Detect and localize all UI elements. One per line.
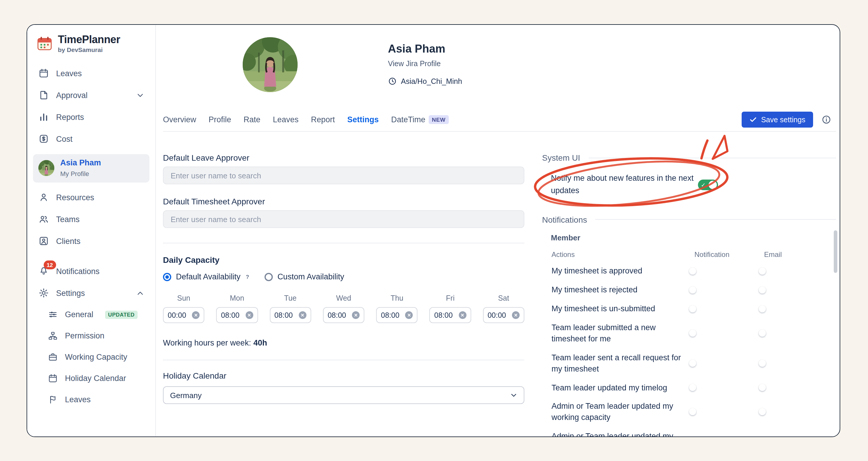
divider — [595, 219, 836, 220]
time-input-wed[interactable]: 08:00× — [323, 307, 365, 323]
calendar-icon — [38, 68, 49, 79]
day-label: Mon — [216, 294, 258, 302]
gear-icon — [38, 288, 49, 299]
holiday-calendar-value: Germany — [170, 391, 202, 400]
day-label: Sun — [163, 294, 205, 302]
clear-time-icon[interactable]: × — [299, 311, 306, 319]
sidebar-item-clients[interactable]: Clients — [33, 230, 149, 252]
time-input-sat[interactable]: 00:00× — [483, 307, 524, 323]
day-column: Sun 00:00× — [163, 294, 205, 323]
sidebar-item-leaves[interactable]: Leaves — [33, 63, 149, 85]
profile-photo — [243, 37, 298, 92]
clear-time-icon[interactable]: × — [405, 311, 413, 319]
sidebar-item-label: Leaves — [56, 69, 82, 78]
clear-time-icon[interactable]: × — [352, 311, 360, 319]
custom-availability-radio[interactable]: Custom Availability — [265, 272, 344, 281]
sidebar-profile-name: Asia Pham — [60, 158, 101, 168]
app-logo-icon — [37, 36, 53, 52]
sidebar: TimePlanner by DevSamurai Leaves Approva… — [27, 25, 156, 436]
clear-time-icon[interactable]: × — [192, 311, 200, 319]
day-column: Tue 08:00× — [270, 294, 311, 323]
sidebar-item-reports[interactable]: Reports — [33, 106, 149, 128]
sidebar-item-label: Holiday Calendar — [65, 374, 126, 383]
tab-report[interactable]: Report — [311, 115, 335, 124]
working-hours-summary: Working hours per week:40h — [163, 338, 524, 347]
time-input-sun[interactable]: 00:00× — [163, 307, 205, 323]
timesheet-approver-input[interactable] — [163, 210, 524, 228]
notification-action-label: Admin or Team leader updated my holiday … — [552, 431, 694, 437]
sidebar-item-general[interactable]: General UPDATED — [33, 304, 149, 326]
default-availability-label: Default Availability — [176, 272, 241, 281]
notification-action-label: Admin or Team leader updated my working … — [552, 401, 694, 424]
time-input-fri[interactable]: 08:00× — [430, 307, 471, 323]
holiday-calendar-select[interactable]: Germany — [163, 386, 524, 404]
clear-time-icon[interactable]: × — [459, 311, 466, 319]
sidebar-item-label: Settings — [56, 289, 129, 298]
radio-selected-icon — [163, 273, 171, 281]
time-value: 08:00 — [274, 311, 293, 319]
sidebar-item-leaves-settings[interactable]: Leaves — [33, 389, 149, 410]
sidebar-item-resources[interactable]: Resources — [33, 187, 149, 209]
tab-datetime[interactable]: DateTime NEW — [391, 115, 448, 124]
sidebar-item-permission[interactable]: Permission — [33, 326, 149, 347]
clear-time-icon[interactable]: × — [512, 311, 520, 319]
notifications-title: Notifications — [542, 215, 587, 224]
main-content: Asia Pham View Jira Profile Asia/Ho_Chi_… — [156, 25, 840, 436]
column-header-actions: Actions — [552, 250, 694, 259]
bar-chart-icon — [38, 112, 49, 123]
scrollbar-thumb[interactable] — [834, 230, 837, 273]
tab-overview[interactable]: Overview — [163, 115, 196, 124]
day-column: Sat 00:00× — [483, 294, 524, 323]
sidebar-item-teams[interactable]: Teams — [33, 209, 149, 230]
working-hours-label: Working hours per week: — [163, 338, 251, 347]
save-settings-button[interactable]: Save settings — [742, 112, 813, 128]
table-row: Admin or Team leader updated my working … — [552, 398, 836, 428]
notification-action-label: Team leader submitted a new timesheet fo… — [552, 322, 694, 345]
time-value: 08:00 — [221, 311, 240, 319]
sidebar-item-my-profile[interactable]: Asia Pham My Profile — [33, 154, 149, 183]
working-hours-value: 40h — [253, 338, 267, 347]
time-input-tue[interactable]: 08:00× — [270, 307, 311, 323]
time-input-mon[interactable]: 08:00× — [216, 307, 258, 323]
client-icon — [38, 236, 49, 247]
updated-badge: UPDATED — [105, 311, 137, 319]
sidebar-item-label: General — [65, 310, 93, 319]
chevron-down-icon — [136, 92, 144, 99]
day-label: Sat — [483, 294, 524, 302]
sidebar-item-approval[interactable]: Approval — [33, 85, 149, 106]
leave-approver-input[interactable] — [163, 166, 524, 184]
save-settings-label: Save settings — [761, 116, 805, 124]
clear-time-icon[interactable]: × — [245, 311, 253, 319]
tab-rate[interactable]: Rate — [244, 115, 260, 124]
notification-action-label: Team leader updated my timelog — [552, 382, 694, 394]
tab-leaves[interactable]: Leaves — [273, 115, 299, 124]
check-icon — [749, 116, 757, 123]
notify-new-features-toggle[interactable] — [698, 180, 718, 190]
default-availability-radio[interactable]: Default Availability ? — [163, 272, 249, 281]
sidebar-item-label: Notifications — [56, 267, 99, 276]
divider — [163, 360, 524, 360]
profile-header: Asia Pham View Jira Profile Asia/Ho_Chi_… — [156, 25, 840, 108]
app-logo: TimePlanner by DevSamurai — [37, 34, 147, 53]
help-icon[interactable]: ? — [246, 274, 249, 280]
sidebar-item-notifications[interactable]: 12 Notifications — [33, 260, 149, 282]
document-icon — [38, 90, 49, 101]
day-column: Wed 08:00× — [323, 294, 365, 323]
time-value: 08:00 — [434, 311, 453, 319]
day-column: Mon 08:00× — [216, 294, 258, 323]
person-icon — [38, 192, 49, 203]
day-column: Thu 08:00× — [376, 294, 418, 323]
tab-profile[interactable]: Profile — [209, 115, 231, 124]
info-icon[interactable] — [822, 115, 831, 125]
sidebar-item-working-capacity[interactable]: Working Capacity — [33, 347, 149, 368]
notification-action-label: Team leader sent a recall request for my… — [552, 352, 694, 375]
day-label: Fri — [430, 294, 471, 302]
table-row: Team leader updated my timelog — [552, 378, 836, 398]
sidebar-item-holiday-calendar[interactable]: Holiday Calendar — [33, 368, 149, 389]
tab-settings[interactable]: Settings — [347, 115, 379, 124]
time-input-thu[interactable]: 08:00× — [376, 307, 418, 323]
table-row: Team leader sent a recall request for my… — [552, 349, 836, 379]
view-jira-profile-link[interactable]: View Jira Profile — [388, 60, 441, 68]
sidebar-item-settings[interactable]: Settings — [33, 282, 149, 304]
sidebar-item-cost[interactable]: Cost — [33, 128, 149, 150]
